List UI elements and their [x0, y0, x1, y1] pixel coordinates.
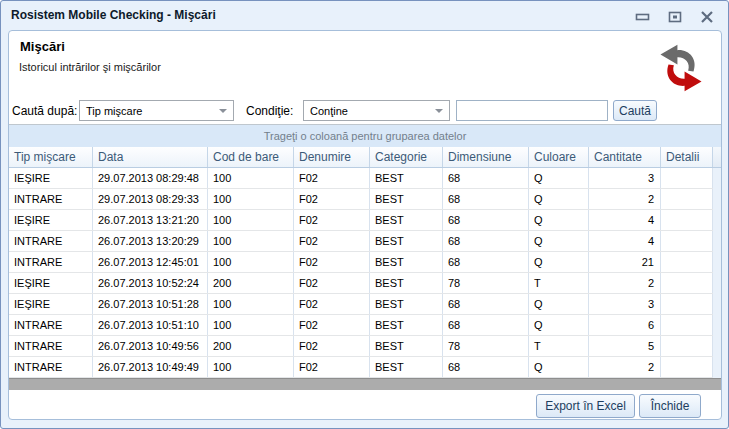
table-cell: BEST: [370, 357, 443, 377]
table-cell: INTRARE: [9, 189, 93, 209]
table-row[interactable]: IEŞIRE26.07.2013 10:52:24200F02BEST78T2: [9, 273, 713, 294]
table-cell: 3: [589, 168, 661, 188]
close-button[interactable]: [698, 11, 716, 23]
column-header-5[interactable]: Categorie: [370, 147, 443, 167]
table-cell: T: [529, 273, 589, 293]
table-row[interactable]: INTRARE26.07.2013 10:49:56200F02BEST78T5: [9, 336, 713, 357]
page-title: Mişcări: [20, 39, 65, 54]
table-cell: 100: [208, 231, 294, 251]
table-cell: 68: [443, 210, 529, 230]
table-cell: IEŞIRE: [9, 294, 93, 314]
search-by-dropdown[interactable]: Tip mişcare: [79, 100, 234, 121]
table-cell: Q: [529, 294, 589, 314]
maximize-button[interactable]: [666, 11, 684, 23]
column-header-2[interactable]: Data: [93, 147, 208, 167]
table-cell: 100: [208, 189, 294, 209]
table-cell: 26.07.2013 13:20:29: [93, 231, 208, 251]
page-subtitle: Istoricul intrărilor şi mişcărilor: [19, 61, 161, 73]
table-row[interactable]: INTRARE26.07.2013 10:49:49100F02BEST68Q2: [9, 357, 713, 378]
table-cell: F02: [294, 231, 370, 251]
data-grid: Trageţi o coloană pentru gruparea datelo…: [9, 124, 721, 390]
table-cell: 26.07.2013 12:45:01: [93, 252, 208, 272]
table-cell: F02: [294, 189, 370, 209]
horizontal-scrollbar[interactable]: [9, 378, 721, 390]
table-cell: 78: [443, 273, 529, 293]
header-filler: [713, 147, 721, 167]
table-cell: IEŞIRE: [9, 210, 93, 230]
table-row[interactable]: INTRARE26.07.2013 13:20:29100F02BEST68Q4: [9, 231, 713, 252]
grid-header: Tip mişcareDataCod de bareDenumireCatego…: [9, 147, 721, 168]
search-input[interactable]: [456, 100, 608, 121]
search-by-value: Tip mişcare: [86, 105, 219, 117]
table-cell: BEST: [370, 231, 443, 251]
table-row[interactable]: INTRARE29.07.2013 08:29:33100F02BEST68Q2: [9, 189, 713, 210]
column-header-8[interactable]: Cantitate: [589, 147, 661, 167]
table-cell: [661, 336, 713, 356]
dialog-window: Rosistem Mobile Checking - Mişcări: [0, 0, 729, 429]
table-cell: 100: [208, 252, 294, 272]
export-excel-button[interactable]: Export în Excel: [536, 394, 635, 418]
table-cell: 5: [589, 336, 661, 356]
table-cell: 26.07.2013 10:49:49: [93, 357, 208, 377]
table-cell: 26.07.2013 13:21:20: [93, 210, 208, 230]
minimize-button[interactable]: [634, 11, 652, 23]
table-cell: 100: [208, 210, 294, 230]
table-cell: [661, 315, 713, 335]
table-cell: F02: [294, 210, 370, 230]
table-cell: 68: [443, 168, 529, 188]
table-cell: F02: [294, 315, 370, 335]
table-cell: [661, 210, 713, 230]
table-cell: INTRARE: [9, 315, 93, 335]
table-cell: [661, 357, 713, 377]
table-cell: 100: [208, 315, 294, 335]
table-cell: BEST: [370, 252, 443, 272]
table-cell: 200: [208, 336, 294, 356]
table-cell: Q: [529, 168, 589, 188]
table-cell: 21: [589, 252, 661, 272]
table-cell: 29.07.2013 08:29:33: [93, 189, 208, 209]
table-cell: [661, 252, 713, 272]
group-by-hint-bar: Trageţi o coloană pentru gruparea datelo…: [9, 125, 721, 147]
table-cell: 2: [589, 273, 661, 293]
table-cell: Q: [529, 189, 589, 209]
table-cell: Q: [529, 252, 589, 272]
table-cell: F02: [294, 168, 370, 188]
column-header-1[interactable]: Tip mişcare: [9, 147, 93, 167]
table-cell: 68: [443, 252, 529, 272]
table-cell: 100: [208, 357, 294, 377]
close-icon: [700, 11, 714, 23]
table-row[interactable]: IEŞIRE26.07.2013 10:51:28100F02BEST68Q3: [9, 294, 713, 315]
table-cell: 29.07.2013 08:29:48: [93, 168, 208, 188]
column-header-9[interactable]: Detalii: [661, 147, 713, 167]
grid-body: IEŞIRE29.07.2013 08:29:48100F02BEST68Q3I…: [9, 168, 721, 378]
table-cell: 2: [589, 357, 661, 377]
table-cell: INTRARE: [9, 252, 93, 272]
column-header-4[interactable]: Denumire: [294, 147, 370, 167]
table-cell: [661, 189, 713, 209]
table-cell: IEŞIRE: [9, 273, 93, 293]
table-cell: F02: [294, 273, 370, 293]
table-cell: 26.07.2013 10:52:24: [93, 273, 208, 293]
table-cell: BEST: [370, 315, 443, 335]
chevron-down-icon: [219, 109, 227, 113]
column-header-3[interactable]: Cod de bare: [208, 147, 294, 167]
table-row[interactable]: INTRARE26.07.2013 10:51:10100F02BEST68Q6: [9, 315, 713, 336]
table-cell: BEST: [370, 189, 443, 209]
window-title: Rosistem Mobile Checking - Mişcări: [11, 8, 216, 22]
table-cell: 100: [208, 294, 294, 314]
close-dialog-button[interactable]: Închide: [639, 394, 701, 418]
column-header-6[interactable]: Dimensiune: [443, 147, 529, 167]
window-controls: [634, 11, 716, 23]
condition-dropdown[interactable]: Conţine: [303, 100, 450, 121]
table-row[interactable]: IEŞIRE29.07.2013 08:29:48100F02BEST68Q3: [9, 168, 713, 189]
table-cell: 68: [443, 294, 529, 314]
table-row[interactable]: INTRARE26.07.2013 12:45:01100F02BEST68Q2…: [9, 252, 713, 273]
table-cell: Q: [529, 357, 589, 377]
table-cell: 68: [443, 357, 529, 377]
table-cell: IEŞIRE: [9, 168, 93, 188]
table-cell: [661, 231, 713, 251]
search-button[interactable]: Caută: [613, 100, 657, 121]
table-cell: INTRARE: [9, 231, 93, 251]
column-header-7[interactable]: Culoare: [529, 147, 589, 167]
table-row[interactable]: IEŞIRE26.07.2013 13:21:20100F02BEST68Q4: [9, 210, 713, 231]
